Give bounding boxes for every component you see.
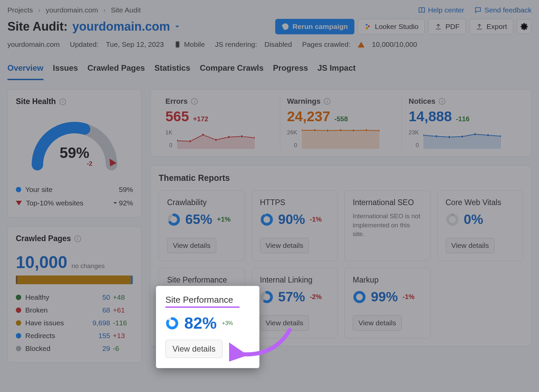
meta-domain: yourdomain.com: [7, 40, 60, 48]
stack-seg-have-issues: [17, 275, 130, 284]
highlight-underline: [165, 306, 240, 308]
pdf-button[interactable]: PDF: [428, 19, 466, 34]
view-details-button[interactable]: View details: [167, 238, 216, 253]
sparkline-errors: [177, 129, 255, 149]
svg-point-5: [177, 46, 178, 47]
domain-selector[interactable]: yourdomain.com: [72, 20, 181, 34]
dot-icon: [16, 307, 21, 313]
donut-icon: [260, 213, 274, 226]
export-button[interactable]: Export: [469, 19, 513, 34]
site-health-card: Site Healthi 59% -2 Your site: [7, 89, 141, 218]
health-score: 59%: [60, 144, 89, 161]
view-details-button[interactable]: View details: [353, 315, 402, 331]
summary-notices[interactable]: Notices i14,888 -11623K0: [402, 97, 523, 149]
warning-icon: [358, 42, 364, 47]
info-icon[interactable]: i: [439, 98, 445, 105]
tab-progress[interactable]: Progress: [273, 63, 308, 80]
chevron-down-icon: [173, 23, 181, 30]
page-title: Site Audit:: [7, 20, 68, 34]
dot-icon: [16, 333, 21, 338]
legend-row-healthy[interactable]: Healthy50+48: [16, 291, 133, 304]
dot-icon: [16, 295, 21, 300]
svg-point-11: [228, 136, 230, 138]
svg-point-25: [474, 133, 476, 135]
svg-point-16: [326, 129, 329, 132]
tabs: OverviewIssuesCrawled PagesStatisticsCom…: [7, 63, 532, 80]
legend-row-blocked[interactable]: Blocked29-6: [16, 342, 133, 355]
chevron-right-icon: ›: [38, 7, 40, 14]
rerun-campaign-button[interactable]: Rerun campaign: [275, 19, 354, 34]
site-performance-highlight: Site Performance 82% +3% View details: [156, 286, 259, 368]
book-icon: [418, 6, 425, 14]
svg-point-22: [435, 135, 438, 137]
health-yoursite-row: Your site 59%: [16, 183, 133, 196]
donut-icon: [353, 290, 366, 304]
dot-icon: [16, 320, 21, 326]
svg-point-24: [461, 135, 464, 138]
svg-point-1: [368, 25, 370, 27]
donut-icon: [446, 213, 459, 226]
tab-statistics[interactable]: Statistics: [154, 63, 190, 80]
health-delta: -2: [24, 160, 125, 167]
meta-device: Mobile: [174, 40, 205, 48]
info-icon[interactable]: i: [59, 98, 66, 105]
tab-compare-crawls[interactable]: Compare Crawls: [200, 63, 263, 80]
thematic-internal-linking: Internal Linking57%-2%View details: [252, 268, 338, 338]
svg-point-23: [448, 136, 450, 138]
info-icon[interactable]: i: [191, 98, 198, 105]
summary-warnings[interactable]: Warnings i24,237 -55826K0: [280, 97, 402, 149]
looker-icon: [364, 23, 372, 30]
breadcrumb-domain[interactable]: yourdomain.com: [46, 6, 98, 14]
thematic-https: HTTPS90%-1%View details: [252, 190, 338, 261]
site-performance-title: Site Performance: [165, 295, 250, 305]
crawled-pages-card: Crawled Pagesi 10,000 no changes Healthy…: [7, 226, 141, 363]
help-center-link[interactable]: Help center: [418, 6, 464, 14]
health-gauge: 59% -2: [24, 114, 125, 175]
chat-icon: [474, 6, 482, 14]
refresh-icon: [282, 23, 289, 30]
view-details-button[interactable]: View details: [446, 238, 495, 253]
svg-point-20: [378, 129, 380, 132]
donut-icon: [165, 317, 179, 330]
breadcrumb-projects[interactable]: Projects: [7, 6, 33, 14]
send-feedback-link[interactable]: Send feedback: [474, 6, 532, 14]
triangle-down-icon: [16, 201, 22, 205]
svg-point-15: [314, 129, 316, 131]
legend-row-broken[interactable]: Broken68+61: [16, 304, 133, 317]
svg-point-8: [189, 140, 191, 142]
svg-point-32: [448, 215, 457, 224]
legend-row-have-issues[interactable]: Have issues9,698-116: [16, 317, 133, 329]
tab-js-impact[interactable]: JS Impact: [317, 63, 355, 80]
upload-icon: [435, 23, 442, 30]
svg-point-39: [355, 292, 364, 302]
summary-errors[interactable]: Errors i565 +1721K0: [159, 97, 280, 149]
thematic-title: Thematic Reports: [159, 173, 523, 183]
mobile-icon: [174, 41, 181, 48]
breadcrumb-page: Site Audit: [111, 6, 141, 14]
site-performance-delta: +3%: [222, 320, 233, 326]
settings-button[interactable]: [517, 19, 532, 34]
svg-point-21: [423, 134, 425, 136]
summary-card: Errors i565 +1721K0Warnings i24,237 -558…: [150, 89, 532, 157]
tab-issues[interactable]: Issues: [53, 63, 78, 80]
svg-point-26: [487, 134, 489, 136]
tab-crawled-pages[interactable]: Crawled Pages: [87, 63, 145, 80]
svg-point-7: [177, 139, 179, 142]
info-icon[interactable]: i: [74, 235, 81, 242]
svg-point-17: [340, 129, 342, 131]
dot-icon: [16, 346, 21, 351]
thematic-core-web-vitals: Core Web Vitals0%View details: [437, 190, 524, 261]
info-icon[interactable]: i: [324, 98, 330, 105]
view-details-button[interactable]: View details: [260, 315, 309, 331]
gear-icon: [520, 23, 528, 30]
looker-studio-button[interactable]: Looker Studio: [358, 19, 425, 34]
legend-row-redirects[interactable]: Redirects155+13: [16, 329, 133, 342]
view-details-button[interactable]: View details: [165, 340, 223, 358]
view-details-button[interactable]: View details: [260, 238, 309, 253]
svg-point-14: [302, 129, 303, 132]
tab-overview[interactable]: Overview: [7, 63, 43, 80]
svg-point-9: [202, 134, 204, 136]
crawled-title: Crawled Pages: [16, 234, 71, 243]
health-top10-row[interactable]: Top-10% websites 92%: [16, 196, 133, 210]
chevron-right-icon: ›: [103, 7, 105, 14]
